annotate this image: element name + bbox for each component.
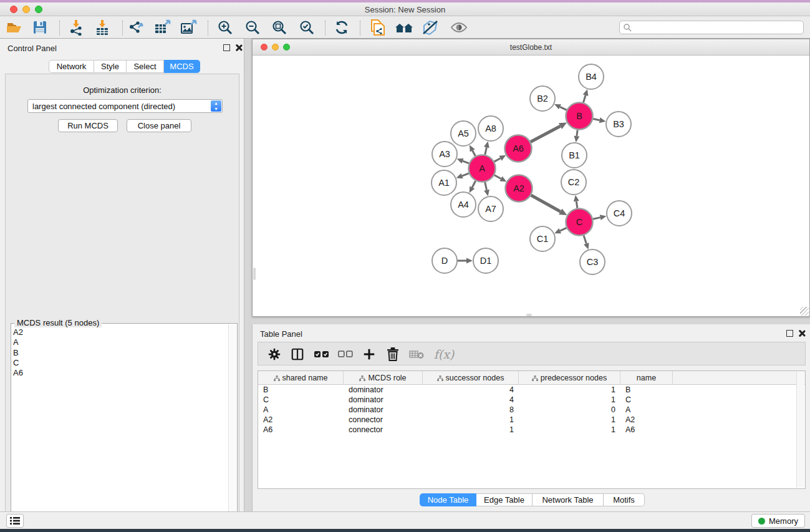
table-cell[interactable]: 4 bbox=[423, 385, 519, 395]
refresh-layout-icon[interactable] bbox=[331, 18, 352, 37]
column-header-successor-nodes[interactable]: successor nodes bbox=[423, 371, 519, 385]
edge-B-B3[interactable] bbox=[593, 119, 600, 120]
tab-style[interactable]: Style bbox=[94, 60, 127, 73]
save-session-icon[interactable] bbox=[29, 18, 51, 37]
table-options-gear-icon[interactable] bbox=[264, 345, 284, 364]
column-header-predecessor-nodes[interactable]: predecessor nodes bbox=[519, 371, 620, 385]
add-column-icon[interactable] bbox=[359, 345, 379, 364]
import-table-icon[interactable] bbox=[92, 18, 113, 37]
graph-node-A7[interactable]: A7 bbox=[478, 196, 503, 221]
window-resize-grip[interactable] bbox=[800, 307, 809, 316]
export-network-icon[interactable] bbox=[126, 18, 147, 37]
graph-node-C4[interactable]: C4 bbox=[607, 201, 632, 226]
graph-node-A1[interactable]: A1 bbox=[432, 170, 456, 195]
edge-A-A2[interactable] bbox=[494, 175, 501, 179]
table-row[interactable]: Cdominator41C bbox=[258, 395, 805, 405]
table-row[interactable]: Adominator80A bbox=[258, 405, 805, 415]
tab-select[interactable]: Select bbox=[127, 60, 164, 73]
column-header-name[interactable]: name bbox=[620, 371, 673, 385]
column-header-MCDS-role[interactable]: MCDS role bbox=[344, 371, 423, 385]
search-input[interactable] bbox=[632, 23, 803, 32]
graph-node-A8[interactable]: A8 bbox=[478, 116, 503, 141]
table-cell[interactable]: 1 bbox=[519, 385, 620, 395]
graph-node-C2[interactable]: C2 bbox=[561, 170, 586, 195]
tab-mcds[interactable]: MCDS bbox=[164, 60, 200, 73]
memory-button[interactable]: Memory bbox=[751, 514, 805, 528]
import-network-icon[interactable] bbox=[65, 18, 87, 37]
edge-A-A8[interactable] bbox=[485, 147, 487, 155]
function-builder-icon[interactable]: f(x) bbox=[430, 345, 458, 364]
mcds-result-item[interactable]: A6 bbox=[13, 368, 23, 378]
delete-column-icon[interactable] bbox=[383, 345, 403, 364]
deselect-all-checkboxes-icon[interactable] bbox=[335, 345, 355, 364]
mcds-result-list[interactable]: A2ABCA6 bbox=[13, 327, 23, 378]
edge-C-C3[interactable] bbox=[584, 235, 586, 243]
result-scrollbar[interactable] bbox=[228, 324, 236, 532]
graph-node-B3[interactable]: B3 bbox=[606, 112, 631, 137]
graph-node-B4[interactable]: B4 bbox=[579, 64, 604, 89]
edge-B-B2[interactable] bbox=[560, 107, 567, 110]
table-cell[interactable]: C bbox=[620, 395, 673, 405]
export-image-icon[interactable] bbox=[178, 18, 200, 37]
graph-node-C3[interactable]: C3 bbox=[580, 249, 605, 274]
graph-node-C1[interactable]: C1 bbox=[530, 226, 555, 251]
table-cell[interactable]: 1 bbox=[519, 395, 620, 405]
table-cell[interactable]: A6 bbox=[258, 425, 344, 435]
table-scrollbar[interactable] bbox=[796, 372, 804, 488]
task-history-button[interactable] bbox=[6, 514, 24, 528]
graph-node-B[interactable]: B bbox=[566, 103, 593, 130]
graph-node-A4[interactable]: A4 bbox=[451, 192, 476, 217]
mcds-result-item[interactable]: C bbox=[13, 358, 23, 368]
tab-node-table[interactable]: Node Table bbox=[420, 493, 476, 506]
zoom-out-icon[interactable] bbox=[242, 18, 263, 37]
table-cell[interactable]: B bbox=[620, 385, 673, 395]
close-panel-button[interactable]: Close panel bbox=[127, 119, 191, 132]
select-all-checkboxes-icon[interactable] bbox=[312, 345, 332, 364]
graph-node-C[interactable]: C bbox=[566, 209, 593, 236]
zoom-fit-icon[interactable] bbox=[269, 18, 290, 37]
export-table-icon[interactable] bbox=[152, 18, 173, 37]
table-cell[interactable]: dominator bbox=[344, 395, 423, 405]
graph-node-A6[interactable]: A6 bbox=[505, 135, 532, 162]
table-cell[interactable]: A2 bbox=[258, 415, 344, 425]
table-row[interactable]: A6connector11A6 bbox=[258, 425, 805, 435]
graph-node-A5[interactable]: A5 bbox=[451, 121, 476, 146]
edge-A6-B[interactable] bbox=[531, 126, 561, 142]
network-canvas[interactable]: B4B2BB3A8A5A6B1A3AA1C2A2A4A7C4CC1C3DD1 bbox=[253, 56, 809, 316]
table-cell[interactable]: C bbox=[258, 395, 344, 405]
table-cell[interactable]: A2 bbox=[620, 415, 673, 425]
table-cell[interactable]: dominator bbox=[344, 385, 423, 395]
float-table-panel-icon[interactable] bbox=[786, 330, 793, 337]
tab-edge-table[interactable]: Edge Table bbox=[476, 493, 533, 506]
mcds-result-item[interactable]: B bbox=[13, 348, 23, 358]
table-cell[interactable]: 8 bbox=[423, 405, 519, 415]
edge-C-C1[interactable] bbox=[560, 228, 566, 231]
edge-A-A3[interactable] bbox=[463, 161, 469, 163]
tab-motifs[interactable]: Motifs bbox=[604, 493, 645, 506]
hide-labels-icon[interactable] bbox=[420, 18, 441, 37]
table-cell[interactable]: dominator bbox=[344, 405, 423, 415]
table-cell[interactable]: 0 bbox=[519, 405, 620, 415]
graph-node-A[interactable]: A bbox=[469, 155, 496, 182]
mcds-result-item[interactable]: A2 bbox=[13, 327, 23, 337]
tab-network-table[interactable]: Network Table bbox=[533, 493, 604, 506]
edge-A-A5[interactable] bbox=[473, 150, 476, 156]
graph-node-B2[interactable]: B2 bbox=[530, 86, 555, 111]
network-vertical-scroll-thumb[interactable] bbox=[253, 268, 256, 280]
float-panel-icon[interactable] bbox=[223, 44, 230, 51]
network-window-titlebar[interactable]: testGlobe.txt bbox=[253, 39, 809, 56]
graph-node-A2[interactable]: A2 bbox=[506, 175, 533, 202]
column-header-shared-name[interactable]: shared name bbox=[258, 371, 344, 385]
criterion-dropdown[interactable]: largest connected component (directed) ▲… bbox=[27, 99, 223, 113]
edge-A2-C[interactable] bbox=[531, 195, 561, 211]
table-cell[interactable]: A bbox=[620, 405, 673, 415]
show-column-icon[interactable] bbox=[287, 345, 307, 364]
network-horizontal-scroll-thumb[interactable] bbox=[526, 314, 532, 316]
table-cell[interactable]: A bbox=[258, 405, 344, 415]
edge-A-A1[interactable] bbox=[462, 173, 469, 176]
edge-B-B1[interactable] bbox=[577, 130, 577, 136]
share-document-icon[interactable] bbox=[367, 18, 388, 37]
close-panel-icon[interactable] bbox=[234, 44, 243, 52]
zoom-selected-icon[interactable] bbox=[296, 18, 317, 37]
edge-A-A4[interactable] bbox=[472, 181, 475, 187]
